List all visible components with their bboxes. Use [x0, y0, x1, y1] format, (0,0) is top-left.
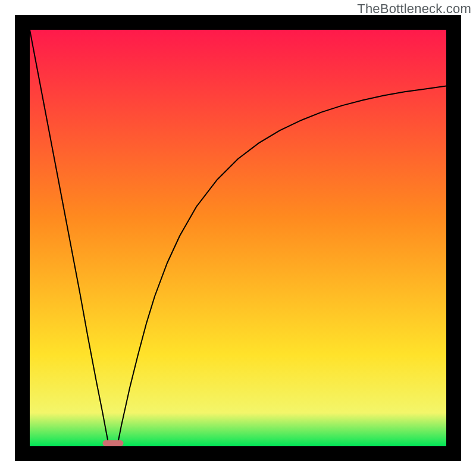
bottleneck-chart	[30, 30, 446, 446]
gradient-background	[30, 30, 446, 446]
optimal-marker	[103, 440, 124, 446]
chart-frame: TheBottleneck.com	[0, 0, 476, 476]
